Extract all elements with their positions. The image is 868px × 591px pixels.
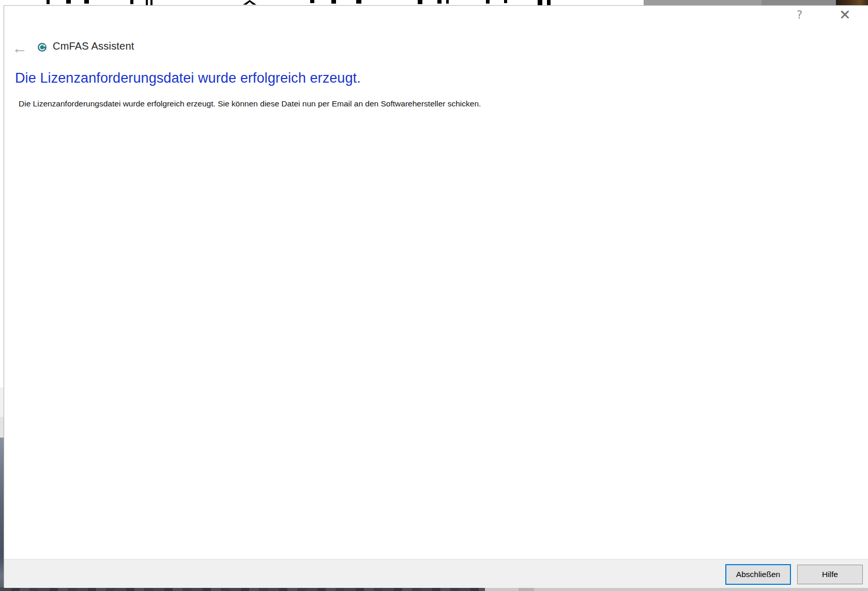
back-arrow-button[interactable]: ← <box>9 38 30 58</box>
background-window-text-fragment <box>504 0 507 3</box>
screen: ? ✕ ← CmFAS Assistent Die Lizenzanforder… <box>0 0 868 591</box>
page-body-text: Die Lizenzanforderungsdatei wurde erfolg… <box>19 99 732 108</box>
background-window-edge-dark <box>762 0 836 5</box>
background-bottom-strip <box>0 587 868 591</box>
background-left-light <box>0 387 4 417</box>
background-left-gray <box>0 417 4 438</box>
wizard-footer: Abschließen Hilfe <box>4 559 868 588</box>
background-window-strip <box>0 0 868 5</box>
background-window-text-fragment <box>547 0 551 5</box>
background-left-strip <box>0 0 4 591</box>
window-close-button[interactable]: ✕ <box>839 7 851 23</box>
window-help-button[interactable]: ? <box>797 9 802 21</box>
background-window-edge <box>644 0 762 5</box>
background-window-text-fragment <box>486 0 490 4</box>
cmfas-wizard-dialog: ? ✕ ← CmFAS Assistent Die Lizenzanforder… <box>4 5 868 587</box>
help-button[interactable]: Hilfe <box>797 565 863 584</box>
background-window-text-fragment <box>331 0 336 4</box>
desktop-wallpaper-left <box>0 438 4 591</box>
background-window-text-fragment <box>146 0 148 5</box>
wizard-title: CmFAS Assistent <box>53 40 134 52</box>
background-window-text-fragment <box>150 0 153 5</box>
background-window-text-fragment <box>66 0 71 4</box>
desktop-wallpaper-sliver <box>836 0 868 5</box>
page-heading: Die Lizenzanforderungsdatei wurde erfolg… <box>15 70 739 86</box>
desktop-wallpaper-bottom <box>0 587 485 591</box>
background-window-text-fragment <box>130 0 133 4</box>
wizard-titlebar: ← CmFAS Assistent <box>4 38 868 61</box>
background-window-text-fragment <box>418 0 422 4</box>
background-window-text-fragment <box>310 0 314 3</box>
background-window-text-fragment <box>243 0 256 5</box>
codemeter-icon <box>38 43 47 52</box>
background-window-text-fragment <box>538 0 542 5</box>
finish-button[interactable]: Abschließen <box>725 564 791 585</box>
background-bottom-patch <box>519 587 534 591</box>
background-window-text-fragment <box>356 0 361 4</box>
background-window-text-fragment <box>437 0 441 4</box>
background-window-text-fragment <box>47 0 50 4</box>
background-window-text-fragment <box>84 0 89 4</box>
background-window-text-fragment <box>446 0 449 4</box>
